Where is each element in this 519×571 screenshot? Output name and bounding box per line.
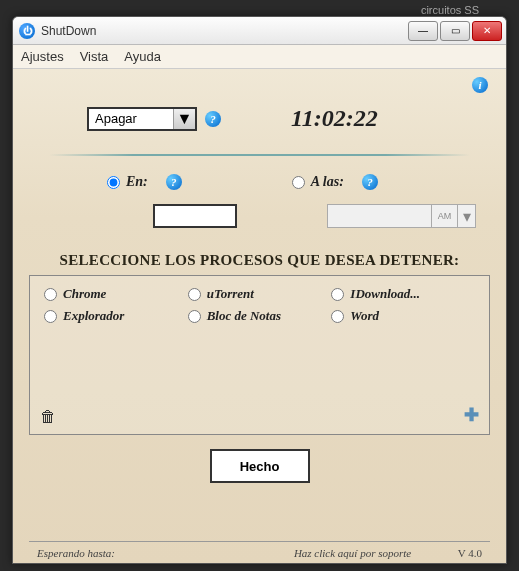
info-button-top[interactable]: i	[472, 77, 488, 93]
status-left: Esperando hasta:	[37, 547, 247, 559]
ampm-label: AM	[432, 204, 458, 228]
menu-ajustes[interactable]: Ajustes	[21, 49, 64, 64]
time-input	[327, 204, 432, 228]
mode-alas-group: A las: ?	[292, 174, 378, 190]
maximize-button[interactable]: ▭	[440, 21, 470, 41]
content-area: i Apagar ▼ ? 11:02:22 En: ? A las: ?	[13, 69, 506, 563]
inputs-row: AM ▾	[29, 204, 490, 228]
process-label: IDownload...	[350, 286, 420, 302]
process-item[interactable]: Bloc de Notas	[188, 308, 332, 324]
titlebar: ⏻ ShutDown — ▭ ✕	[13, 17, 506, 45]
divider	[49, 154, 470, 156]
info-icon: i	[472, 77, 488, 93]
mode-en-label: En:	[126, 174, 148, 190]
en-help-icon[interactable]: ?	[166, 174, 182, 190]
add-icon[interactable]: ✚	[464, 404, 479, 426]
process-item[interactable]: Chrome	[44, 286, 188, 302]
ampm-dropdown: ▾	[458, 204, 476, 228]
action-help-icon[interactable]: ?	[205, 111, 221, 127]
processes-title: SELECCIONE LOS PROCESOS QUE DESEA DETENE…	[29, 252, 490, 269]
support-link[interactable]: Haz click aquí por soporte	[247, 547, 457, 559]
mode-row: En: ? A las: ?	[29, 174, 490, 190]
mode-alas-label: A las:	[311, 174, 344, 190]
window-controls: — ▭ ✕	[408, 21, 506, 41]
clock-display: 11:02:22	[291, 105, 378, 132]
version-label: V 4.0	[458, 547, 482, 559]
trash-icon[interactable]: 🗑	[40, 408, 56, 426]
process-label: Bloc de Notas	[207, 308, 281, 324]
process-radio[interactable]	[44, 310, 57, 323]
done-button[interactable]: Hecho	[210, 449, 310, 483]
minimize-button[interactable]: —	[408, 21, 438, 41]
background-text: circuitos SS	[421, 4, 479, 16]
process-item[interactable]: IDownload...	[331, 286, 475, 302]
processes-box: Chrome uTorrent IDownload... Explorador …	[29, 275, 490, 435]
app-icon: ⏻	[19, 23, 35, 39]
menu-ayuda[interactable]: Ayuda	[124, 49, 161, 64]
process-item[interactable]: Explorador	[44, 308, 188, 324]
process-label: Explorador	[63, 308, 124, 324]
process-label: uTorrent	[207, 286, 254, 302]
statusbar: Esperando hasta: Haz click aquí por sopo…	[29, 541, 490, 563]
action-dropdown-value: Apagar	[89, 111, 173, 126]
menu-vista[interactable]: Vista	[80, 49, 109, 64]
app-window: ⏻ ShutDown — ▭ ✕ Ajustes Vista Ayuda i A…	[12, 16, 507, 564]
process-item[interactable]: Word	[331, 308, 475, 324]
process-radio[interactable]	[331, 310, 344, 323]
action-row: Apagar ▼ ? 11:02:22	[29, 105, 490, 132]
process-label: Chrome	[63, 286, 106, 302]
menubar: Ajustes Vista Ayuda	[13, 45, 506, 69]
process-radio[interactable]	[188, 288, 201, 301]
process-radio[interactable]	[188, 310, 201, 323]
chevron-down-icon: ▼	[173, 109, 195, 129]
process-radio[interactable]	[331, 288, 344, 301]
mode-en-radio[interactable]	[107, 176, 120, 189]
process-label: Word	[350, 308, 379, 324]
mode-en-group: En: ?	[107, 174, 182, 190]
alas-help-icon[interactable]: ?	[362, 174, 378, 190]
process-radio[interactable]	[44, 288, 57, 301]
app-title: ShutDown	[41, 24, 96, 38]
process-item[interactable]: uTorrent	[188, 286, 332, 302]
time-box: AM ▾	[327, 204, 476, 228]
mode-alas-radio[interactable]	[292, 176, 305, 189]
close-button[interactable]: ✕	[472, 21, 502, 41]
duration-input[interactable]	[153, 204, 237, 228]
processes-grid: Chrome uTorrent IDownload... Explorador …	[44, 286, 475, 324]
action-dropdown[interactable]: Apagar ▼	[87, 107, 197, 131]
